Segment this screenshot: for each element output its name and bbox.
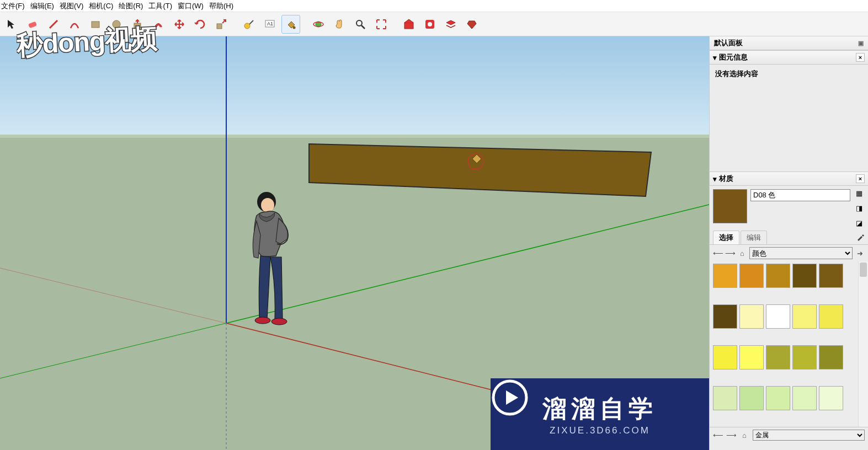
move-tool[interactable]: [170, 15, 189, 34]
zoom-tool[interactable]: [351, 15, 370, 34]
forward-arrow-icon[interactable]: ⟶: [726, 430, 736, 440]
extension-tool[interactable]: [420, 15, 439, 34]
materials-title: 材质: [719, 174, 854, 184]
color-swatch[interactable]: [713, 304, 737, 329]
color-swatch[interactable]: [739, 345, 764, 369]
entity-info-header[interactable]: ▾ 图元信息 ×: [710, 50, 868, 65]
color-swatch[interactable]: [766, 264, 790, 288]
pushpull-tool[interactable]: [128, 15, 147, 34]
zoom-extents-tool[interactable]: [372, 15, 391, 34]
menu-tools[interactable]: 工具(T): [148, 1, 172, 11]
send-to-icon[interactable]: ➜: [855, 248, 865, 258]
home-icon[interactable]: ⌂: [737, 248, 747, 258]
line-tool[interactable]: [44, 15, 63, 34]
color-swatch[interactable]: [792, 386, 817, 410]
pin-icon[interactable]: ▣: [858, 40, 864, 47]
tab-select[interactable]: 选择: [713, 231, 739, 244]
side-panel: 默认面板 ▣ ▾ 图元信息 × 没有选择内容 ▾ 材质 × ▦ ◨ ◪: [709, 36, 868, 450]
display-mode-icon[interactable]: ▦: [856, 189, 862, 197]
scrollbar[interactable]: [858, 261, 868, 427]
back-arrow-icon[interactable]: ⟵: [713, 248, 723, 258]
color-swatch[interactable]: [819, 264, 843, 288]
color-swatch[interactable]: [792, 304, 817, 329]
play-icon: [491, 378, 529, 417]
material-preview-swatch[interactable]: [713, 189, 747, 223]
svg-rect-0: [28, 21, 37, 28]
menu-window[interactable]: 窗口(W): [178, 1, 204, 11]
arc-tool[interactable]: [65, 15, 84, 34]
materials-footer-select[interactable]: 金属: [753, 430, 865, 441]
ruby-tool[interactable]: [462, 15, 481, 34]
default-panel-header[interactable]: 默认面板 ▣: [710, 36, 868, 50]
color-swatch[interactable]: [819, 386, 843, 410]
main-area: 溜溜自学 ZIXUE.3D66.COM 默认面板 ▣ ▾ 图元信息 × 没有选择…: [0, 36, 868, 450]
circle-tool[interactable]: [107, 15, 126, 34]
color-swatch[interactable]: [819, 304, 843, 329]
color-swatch[interactable]: [739, 386, 764, 410]
tape-tool[interactable]: [239, 15, 258, 34]
orbit-tool[interactable]: [309, 15, 328, 34]
menu-camera[interactable]: 相机(C): [89, 1, 113, 11]
default-panel-title: 默认面板: [714, 38, 743, 48]
menu-file[interactable]: 文件(F): [1, 1, 25, 11]
color-swatch[interactable]: [792, 264, 817, 288]
menu-help[interactable]: 帮助(H): [209, 1, 233, 11]
layers-tool[interactable]: [441, 15, 460, 34]
eyedropper-icon[interactable]: [853, 232, 868, 244]
close-icon[interactable]: ×: [856, 53, 865, 62]
menu-draw[interactable]: 绘图(R): [119, 1, 143, 11]
watermark-banner: 溜溜自学 ZIXUE.3D66.COM: [491, 378, 709, 450]
create-material-icon[interactable]: ◨: [856, 204, 862, 212]
materials-tabs: 选择 编辑: [710, 231, 868, 245]
offset-tool[interactable]: [149, 15, 168, 34]
svg-point-8: [293, 26, 296, 29]
svg-point-30: [271, 318, 287, 325]
pan-tool[interactable]: [330, 15, 349, 34]
color-swatch[interactable]: [713, 345, 737, 369]
paint-bucket-tool[interactable]: [281, 15, 300, 34]
materials-footer: ⟵ ⟶ ⌂ 金属: [710, 427, 868, 443]
color-swatch[interactable]: [819, 345, 843, 369]
rotate-tool[interactable]: [191, 15, 210, 34]
warehouse-tool[interactable]: [400, 15, 418, 34]
color-swatch[interactable]: [766, 386, 790, 410]
entity-info-body: 没有选择内容: [710, 65, 868, 83]
materials-category-select[interactable]: 颜色: [749, 247, 853, 259]
eraser-tool[interactable]: [23, 15, 42, 34]
color-swatch[interactable]: [766, 345, 790, 369]
svg-point-28: [261, 198, 274, 212]
color-swatch[interactable]: [792, 345, 817, 369]
close-icon[interactable]: ×: [856, 174, 865, 183]
tab-edit[interactable]: 编辑: [741, 231, 767, 244]
menu-edit[interactable]: 编辑(E): [30, 1, 54, 11]
text-tool[interactable]: A1: [260, 15, 279, 34]
entity-info-title: 图元信息: [719, 52, 854, 62]
materials-body: ▦ ◨ ◪ 选择 编辑 ⟵ ⟶ ⌂ 颜色 ➜: [710, 186, 868, 443]
select-tool[interactable]: [2, 15, 21, 34]
material-name-input[interactable]: [750, 189, 850, 201]
color-swatch[interactable]: [713, 386, 737, 410]
svg-rect-12: [404, 23, 413, 29]
model-viewport[interactable]: 溜溜自学 ZIXUE.3D66.COM: [0, 36, 709, 450]
menu-view[interactable]: 视图(V): [60, 1, 83, 11]
toolbar: A1: [0, 12, 868, 36]
scale-tool[interactable]: [212, 15, 231, 34]
materials-header[interactable]: ▾ 材质 ×: [710, 172, 868, 186]
home-icon[interactable]: ⌂: [739, 430, 749, 440]
svg-text:A1: A1: [267, 21, 273, 26]
color-swatch[interactable]: [739, 304, 764, 329]
svg-rect-4: [217, 24, 222, 29]
color-swatch[interactable]: [739, 264, 764, 288]
default-material-icon[interactable]: ◪: [856, 219, 862, 227]
svg-rect-3: [134, 23, 141, 28]
back-arrow-icon[interactable]: ⟵: [713, 430, 723, 440]
svg-point-2: [113, 20, 120, 28]
color-swatch[interactable]: [713, 264, 737, 288]
chevron-down-icon: ▾: [713, 53, 717, 62]
svg-point-29: [255, 317, 270, 324]
svg-rect-16: [0, 36, 709, 147]
menu-bar: 文件(F) 编辑(E) 视图(V) 相机(C) 绘图(R) 工具(T) 窗口(W…: [0, 0, 868, 12]
forward-arrow-icon[interactable]: ⟶: [725, 248, 735, 258]
rect-tool[interactable]: [86, 15, 105, 34]
color-swatch[interactable]: [766, 304, 790, 329]
